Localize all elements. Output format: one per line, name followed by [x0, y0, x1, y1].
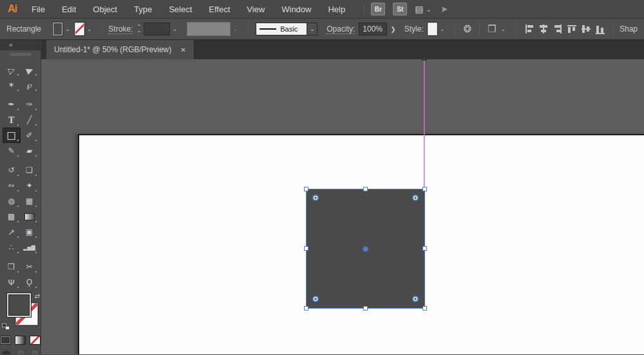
- corner-radius-widget-bottom-right[interactable]: [412, 296, 419, 302]
- hand-tool[interactable]: Ψ: [3, 274, 21, 290]
- menu-effect[interactable]: Effect: [200, 1, 238, 17]
- variable-width-profile-dropdown[interactable]: [187, 22, 231, 36]
- menu-window[interactable]: Window: [273, 1, 319, 17]
- shape-builder-tool[interactable]: ◍: [3, 193, 21, 209]
- menu-view[interactable]: View: [238, 1, 273, 17]
- direct-selection-tool[interactable]: ▶: [21, 62, 39, 77]
- rotate-tool[interactable]: ↺: [3, 162, 21, 178]
- fill-chevron-icon[interactable]: ⌄: [65, 26, 70, 32]
- handle-middle-right[interactable]: [422, 246, 427, 251]
- lasso-tool[interactable]: ℘: [21, 77, 39, 93]
- align-horizontal-left-button[interactable]: [524, 21, 535, 37]
- eraser-tool[interactable]: ▰: [21, 143, 39, 158]
- close-tab-icon[interactable]: ✕: [180, 46, 185, 53]
- stroke-weight-dropdown[interactable]: [144, 23, 170, 35]
- align-horizontal-center-button[interactable]: [538, 21, 549, 37]
- width-profile-chevron-icon[interactable]: ⌄: [233, 26, 238, 32]
- style-swatch[interactable]: [428, 23, 437, 35]
- document-tab[interactable]: Untitled-1* @ 50% (RGB/Preview) ✕: [46, 40, 194, 59]
- selection-tool[interactable]: ▷: [3, 62, 21, 77]
- share-icon[interactable]: ➤: [440, 4, 448, 14]
- brush-definition-dropdown[interactable]: Basic ⌄: [256, 23, 317, 35]
- menu-help[interactable]: Help: [319, 1, 354, 17]
- align-vertical-top-icon: [566, 23, 578, 35]
- perspective-grid-tool[interactable]: ▦: [21, 193, 39, 209]
- canvas[interactable]: [41, 59, 644, 354]
- menu-edit[interactable]: Edit: [53, 1, 84, 17]
- gradient-tool[interactable]: [21, 209, 39, 224]
- stroke-label[interactable]: Stroke:: [108, 24, 133, 34]
- color-button[interactable]: [0, 336, 11, 345]
- fill-color-swatch[interactable]: [53, 23, 62, 35]
- handle-bottom-center[interactable]: [363, 306, 368, 311]
- style-chevron-icon[interactable]: ⌄: [440, 26, 445, 32]
- document-setup-chevron-icon[interactable]: ⌄: [500, 26, 506, 32]
- mesh-tool[interactable]: ▩: [3, 209, 21, 224]
- document-tabs: Untitled-1* @ 50% (RGB/Preview) ✕: [41, 40, 644, 59]
- slice-tool[interactable]: ✂: [21, 259, 39, 274]
- zoom-tool[interactable]: Ǫ: [21, 274, 39, 290]
- menu-select[interactable]: Select: [160, 1, 200, 17]
- corner-radius-widget-bottom-left[interactable]: [312, 296, 319, 302]
- scale-tool[interactable]: ❏: [21, 162, 39, 178]
- app-logo[interactable]: Ai: [8, 3, 17, 15]
- stroke-chevron-icon[interactable]: ⌄: [87, 26, 92, 32]
- stroke-color-swatch[interactable]: [75, 23, 84, 35]
- corner-radius-widget-top-left[interactable]: [312, 195, 319, 201]
- bridge-button[interactable]: Br: [371, 3, 385, 15]
- handle-top-left[interactable]: [304, 187, 308, 191]
- magic-wand-tool[interactable]: ✶: [3, 77, 21, 93]
- opacity-input[interactable]: 100%: [359, 23, 387, 35]
- stroke-weight-chevron-icon[interactable]: ⌄: [173, 26, 178, 32]
- fill-indicator-swatch[interactable]: [7, 293, 31, 317]
- type-tool[interactable]: T: [3, 112, 21, 128]
- draw-inside-button[interactable]: [30, 349, 39, 354]
- recolor-artwork-icon[interactable]: ❂: [461, 23, 473, 35]
- center-point[interactable]: [363, 247, 368, 251]
- align-vertical-bottom-button[interactable]: [594, 21, 606, 37]
- menu-type[interactable]: Type: [126, 1, 160, 17]
- free-transform-tool[interactable]: ✦: [21, 178, 39, 193]
- paintbrush-tool[interactable]: ✐: [21, 128, 39, 143]
- none-button[interactable]: [30, 336, 41, 345]
- stepper-down-icon[interactable]: ⌄: [137, 29, 141, 33]
- handle-middle-left[interactable]: [304, 246, 308, 251]
- blend-tool[interactable]: ▣: [21, 224, 39, 240]
- rectangle-tool[interactable]: □: [3, 128, 21, 143]
- column-graph-tool[interactable]: ▂▅▇: [21, 240, 39, 255]
- toolbar-collapse-button[interactable]: «: [0, 40, 41, 50]
- symbol-sprayer-tool[interactable]: ∴: [3, 240, 21, 255]
- align-horizontal-right-button[interactable]: [552, 21, 564, 37]
- pencil-tool[interactable]: ✎: [3, 143, 21, 158]
- curvature-tool[interactable]: ✑: [21, 97, 39, 112]
- workspace-icon: ▤: [415, 4, 423, 14]
- opacity-panel-arrow-icon[interactable]: ❯: [387, 24, 399, 34]
- opacity-label[interactable]: Opacity:: [327, 24, 355, 34]
- selected-rectangle[interactable]: [307, 189, 424, 308]
- stock-button[interactable]: St: [393, 3, 407, 15]
- corner-radius-widget-top-right[interactable]: [412, 195, 419, 201]
- brush-chevron-icon[interactable]: ⌄: [307, 23, 317, 35]
- stroke-weight-stepper[interactable]: ⌃ ⌄: [137, 25, 141, 33]
- artboard-tool[interactable]: ❐: [3, 259, 21, 274]
- align-vertical-top-button[interactable]: [566, 21, 578, 37]
- handle-top-right[interactable]: [422, 187, 427, 191]
- swap-fill-stroke-icon[interactable]: ⇄: [35, 293, 40, 300]
- handle-bottom-left[interactable]: [304, 306, 308, 311]
- default-fill-stroke-icon[interactable]: [2, 323, 10, 330]
- align-vertical-center-button[interactable]: [580, 21, 592, 37]
- handle-bottom-right[interactable]: [422, 306, 427, 311]
- gradient-button[interactable]: [15, 336, 26, 345]
- document-setup-icon[interactable]: ❐: [486, 23, 498, 35]
- workspace-switcher[interactable]: ▤ ⌄: [415, 4, 431, 14]
- eyedropper-tool[interactable]: ⊸: [3, 224, 21, 240]
- panel-grip[interactable]: [10, 53, 32, 56]
- draw-normal-button[interactable]: [2, 349, 11, 354]
- handle-top-center[interactable]: [363, 187, 368, 191]
- pen-tool[interactable]: ✒: [3, 97, 21, 112]
- menu-object[interactable]: Object: [84, 1, 126, 17]
- line-segment-tool[interactable]: ╱: [21, 112, 39, 128]
- draw-behind-button[interactable]: [16, 349, 25, 354]
- width-tool[interactable]: ∾: [3, 178, 21, 193]
- menu-file[interactable]: File: [23, 1, 53, 17]
